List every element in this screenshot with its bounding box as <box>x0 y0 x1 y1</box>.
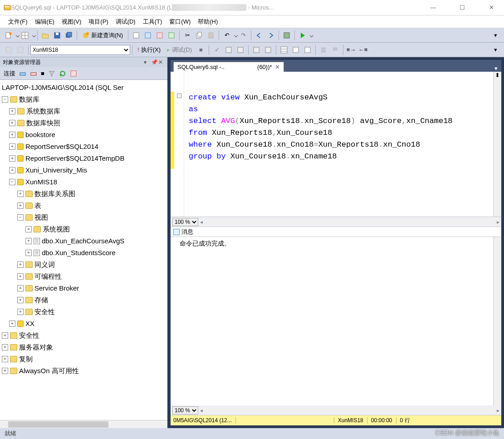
object-explorer-tree[interactable]: LAPTOP-1J0M5AIG\SQL2014 (SQL Ser −数据库 +系… <box>0 80 167 420</box>
oe-btn-3[interactable] <box>68 69 79 78</box>
scroll-right-icon-2[interactable]: ▸ <box>497 407 499 414</box>
menu-edit[interactable]: 编辑(E) <box>31 16 58 27</box>
grid-button[interactable] <box>20 30 30 41</box>
toolbar-overflow-2[interactable]: ▾ <box>490 44 501 55</box>
outdent-button[interactable]: ←≡ <box>357 44 368 55</box>
menu-debug[interactable]: 调试(D) <box>112 16 139 27</box>
tree-scrollbar-h[interactable] <box>0 420 167 428</box>
oe-refresh-button[interactable] <box>57 69 68 78</box>
tree-programmability[interactable]: +可编程性 <box>1 271 167 282</box>
tree-synonyms[interactable]: +同义词 <box>1 259 167 271</box>
nav-back-button[interactable] <box>254 30 264 41</box>
menu-file[interactable]: 文件(F) <box>5 16 31 27</box>
uncomment-button[interactable] <box>330 44 341 55</box>
start-button[interactable] <box>297 30 308 41</box>
undo-button[interactable]: ↶ <box>221 30 232 41</box>
panel-pin-icon[interactable]: 📌 <box>151 59 157 65</box>
close-button[interactable]: ✕ <box>482 1 500 14</box>
tb2-btn-1[interactable] <box>3 44 14 55</box>
code-editor[interactable]: create view Xun_EachCourseAvgS as select… <box>184 72 493 217</box>
maximize-button[interactable]: ☐ <box>453 1 471 14</box>
menu-project[interactable]: 项目(P) <box>85 16 112 27</box>
zoom-select[interactable]: 100 % <box>172 218 198 226</box>
tree-snapshots[interactable]: +数据库快照 <box>1 117 167 129</box>
tree-diagrams[interactable]: +数据库关系图 <box>1 188 167 200</box>
indent-button[interactable]: ≡→ <box>346 44 357 55</box>
scroll-track[interactable] <box>206 219 494 225</box>
new-query-button[interactable]: 新建查询(N) <box>79 30 126 41</box>
connect-button[interactable]: 连接 <box>2 69 17 79</box>
results-file-button[interactable] <box>302 44 313 55</box>
minimize-button[interactable]: — <box>424 1 442 14</box>
tree-bookstore[interactable]: +bookstore <box>1 129 167 141</box>
database-selector[interactable]: XunMIS18 <box>30 45 130 55</box>
tb-btn-1[interactable] <box>131 30 142 41</box>
tree-sysdb[interactable]: +系统数据库 <box>1 105 167 117</box>
tb2-btn-d[interactable] <box>263 44 274 55</box>
tree-xunmis[interactable]: −XunMIS18 <box>1 176 167 188</box>
redo-button[interactable]: ↷ <box>238 30 249 41</box>
activity-button[interactable] <box>281 30 292 41</box>
tree-alwayson[interactable]: +AlwaysOn 高可用性 <box>1 365 167 377</box>
messages-tab[interactable]: 消息 <box>171 227 501 237</box>
tree-server-objects[interactable]: +服务器对象 <box>1 341 167 353</box>
dropdown-icon[interactable] <box>16 33 20 37</box>
zoom-select-2[interactable]: 100 % <box>172 406 198 414</box>
nav-fwd-button[interactable] <box>265 30 276 41</box>
save-all-button[interactable] <box>64 30 74 41</box>
paste-button[interactable] <box>206 30 216 41</box>
parse-button[interactable]: ✓ <box>211 44 222 55</box>
dropdown-icon[interactable] <box>32 33 36 37</box>
tree-root[interactable]: LAPTOP-1J0M5AIG\SQL2014 (SQL Ser <box>1 82 167 94</box>
scroll-right-icon[interactable]: ▸ <box>497 219 499 225</box>
cut-button[interactable]: ✂ <box>182 30 193 41</box>
menu-window[interactable]: 窗口(W) <box>166 16 194 27</box>
tree-security[interactable]: +安全性 <box>1 330 167 341</box>
tb-btn-2[interactable] <box>142 30 153 41</box>
tree-rstemp[interactable]: +ReportServer$SQL2014TempDB <box>1 153 167 164</box>
dropdown-icon[interactable] <box>310 33 313 37</box>
results-text-button[interactable] <box>290 44 301 55</box>
oe-btn-stop[interactable]: ■ <box>39 69 46 78</box>
tree-rs[interactable]: +ReportServer$SQL2014 <box>1 141 167 153</box>
open-button[interactable] <box>40 30 51 41</box>
menu-view[interactable]: 视图(V) <box>58 16 85 27</box>
tree-replication[interactable]: +复制 <box>1 353 167 365</box>
debug-button[interactable]: ▸ 调试(D) <box>164 44 195 55</box>
comment-button[interactable] <box>318 44 329 55</box>
execute-button[interactable]: ! 执行(X) <box>134 44 164 55</box>
tree-storage[interactable]: +存储 <box>1 294 167 306</box>
tb-btn-4[interactable] <box>166 30 177 41</box>
new-project-button[interactable] <box>3 30 14 41</box>
tree-servicebroker[interactable]: +Service Broker <box>1 282 167 294</box>
panel-dropdown-icon[interactable]: ▾ <box>144 59 150 65</box>
tabstrip-overflow[interactable]: ▾ <box>491 65 501 72</box>
tb2-btn-b[interactable] <box>235 44 246 55</box>
scroll-track-2[interactable] <box>206 407 494 414</box>
menu-tools[interactable]: 工具(T) <box>139 16 166 27</box>
tree-view-1[interactable]: +dbo.Xun_EachCourseAvgS <box>1 235 167 247</box>
menu-help[interactable]: 帮助(H) <box>194 16 221 27</box>
collapse-icon[interactable]: − <box>177 94 181 98</box>
stop-button[interactable]: ■ <box>196 44 206 55</box>
tab-close-icon[interactable]: ✕ <box>275 64 280 70</box>
tb2-btn-2[interactable] <box>15 44 26 55</box>
results-grid-button[interactable] <box>279 44 289 55</box>
tree-databases[interactable]: −数据库 <box>1 94 167 105</box>
panel-close-icon[interactable]: ✕ <box>158 59 165 65</box>
tree-xuni[interactable]: +Xuni_University_Mis <box>1 164 167 176</box>
dropdown-icon[interactable] <box>234 33 238 37</box>
tb-btn-3[interactable] <box>154 30 165 41</box>
tb2-btn-a[interactable] <box>223 44 234 55</box>
oe-filter-button[interactable] <box>46 69 57 78</box>
oe-btn-2[interactable] <box>28 69 39 78</box>
tree-xx[interactable]: +XX <box>1 318 167 330</box>
toolbar-overflow[interactable]: ▾ <box>490 30 501 41</box>
tree-security-db[interactable]: +安全性 <box>1 306 167 318</box>
tree-views[interactable]: −视图 <box>1 212 167 223</box>
tb2-btn-c[interactable] <box>251 44 262 55</box>
scroll-left-icon-2[interactable]: ◂ <box>200 407 203 414</box>
copy-button[interactable] <box>194 30 205 41</box>
editor-tab[interactable]: SQLQuery6.sql -.. (60))* ✕ <box>173 62 284 72</box>
tree-sysviews[interactable]: +系统视图 <box>1 223 167 235</box>
